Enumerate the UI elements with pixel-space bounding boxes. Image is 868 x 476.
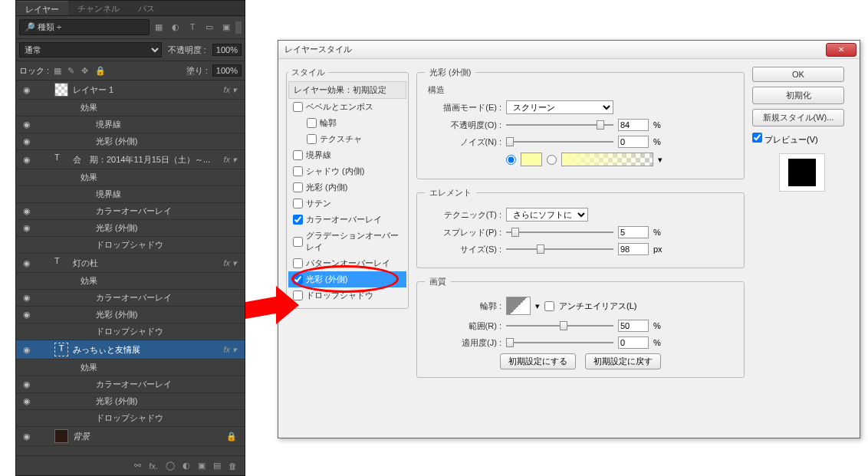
visibility-icon[interactable]: ◉ <box>19 258 35 268</box>
fx-badge[interactable]: fx ▾ <box>223 155 237 165</box>
layer-row[interactable]: ◉ 背景 🔒 <box>16 427 245 446</box>
style-item[interactable]: サテン <box>288 195 406 212</box>
style-checkbox[interactable] <box>293 182 303 192</box>
fx-badge[interactable]: fx ▾ <box>223 345 237 355</box>
mask-icon[interactable]: ◯ <box>166 461 175 471</box>
style-item[interactable]: グラデーションオーバーレイ <box>288 228 406 255</box>
layer-effect-row[interactable]: 効果 <box>16 359 245 376</box>
layer-effect-row[interactable]: ドロップシャドウ <box>16 410 245 427</box>
visibility-icon[interactable]: ◉ <box>19 432 35 442</box>
style-checkbox[interactable] <box>307 118 317 128</box>
fx-badge[interactable]: fx ▾ <box>223 258 237 268</box>
lock-image-icon[interactable]: ✎ <box>67 66 78 76</box>
style-item[interactable]: 輪郭 <box>288 115 406 131</box>
layer-effect-row[interactable]: 境界線 <box>16 186 245 203</box>
layer-effect-row[interactable]: ◉ 光彩 (外側) <box>16 393 245 410</box>
noise-input[interactable] <box>618 136 649 148</box>
style-item[interactable]: テクスチャ <box>288 131 406 147</box>
layer-effect-row[interactable]: ◉ カラーオーバーレイ <box>16 290 245 307</box>
link-icon[interactable]: ⚯ <box>134 461 141 471</box>
tab-layers[interactable]: レイヤー <box>16 1 68 15</box>
filter-pixel-icon[interactable]: ▦ <box>153 22 165 32</box>
style-checkbox[interactable] <box>293 102 303 112</box>
range-slider[interactable] <box>506 325 613 327</box>
visibility-icon[interactable]: ◉ <box>19 85 35 95</box>
style-checkbox[interactable] <box>293 215 303 225</box>
layer-effect-row[interactable]: ◉ カラーオーバーレイ <box>16 376 245 393</box>
size-input[interactable] <box>618 243 649 255</box>
layer-effect-row[interactable]: ドロップシャドウ <box>16 323 245 340</box>
style-item[interactable]: 光彩 (外側) <box>288 271 406 287</box>
style-item[interactable]: ドロップシャドウ <box>288 287 406 304</box>
style-checkbox[interactable] <box>307 134 317 144</box>
style-checkbox[interactable] <box>293 258 303 268</box>
range-input[interactable] <box>618 320 649 332</box>
layer-effect-row[interactable]: ◉ 光彩 (外側) <box>16 133 245 150</box>
layer-effect-row[interactable]: ◉ 光彩 (外側) <box>16 220 245 237</box>
lock-position-icon[interactable]: ✥ <box>81 66 92 76</box>
style-checkbox[interactable] <box>293 237 303 247</box>
tab-channels[interactable]: チャンネル <box>68 1 129 15</box>
close-button[interactable]: ✕ <box>826 43 856 57</box>
visibility-icon[interactable]: ◉ <box>19 155 35 165</box>
visibility-icon[interactable]: ◉ <box>19 396 35 406</box>
antialias-checkbox[interactable] <box>544 301 554 311</box>
dropdown-icon[interactable]: ▾ <box>535 301 540 311</box>
gradient-radio[interactable] <box>547 155 557 165</box>
reset-default-button[interactable]: 初期設定に戻す <box>585 353 661 369</box>
visibility-icon[interactable]: ◉ <box>19 379 35 389</box>
layer-effect-row[interactable]: 効果 <box>16 169 245 186</box>
opacity-input[interactable] <box>618 119 649 131</box>
noise-slider[interactable] <box>506 141 613 143</box>
contour-picker[interactable] <box>506 297 531 315</box>
style-item[interactable]: パターンオーバーレイ <box>288 255 406 271</box>
layer-effect-row[interactable]: ◉ 光彩 (外側) <box>16 307 245 323</box>
style-checkbox[interactable] <box>293 166 303 176</box>
filter-toggle[interactable] <box>235 21 242 34</box>
tab-paths[interactable]: パス <box>129 1 164 15</box>
group-icon[interactable]: ▣ <box>198 461 205 471</box>
jitter-input[interactable] <box>618 336 649 349</box>
dropdown-icon[interactable]: ▾ <box>658 155 663 165</box>
style-item[interactable]: 境界線 <box>288 147 406 163</box>
ok-button[interactable]: OK <box>752 67 844 82</box>
visibility-icon[interactable]: ◉ <box>19 310 35 320</box>
visibility-icon[interactable]: ◉ <box>19 293 35 303</box>
spread-input[interactable] <box>618 226 649 238</box>
layer-row[interactable]: ◉ T 灯の杜 fx ▾ <box>16 254 245 273</box>
style-item[interactable]: ベベルとエンボス <box>288 99 406 115</box>
fx-icon[interactable]: fx. <box>149 461 158 471</box>
filter-smart-icon[interactable]: ▣ <box>220 22 232 32</box>
layer-row[interactable]: ◉ T 会 期：2014年11月15日（土）～... fx ▾ <box>16 150 245 169</box>
make-default-button[interactable]: 初期設定にする <box>500 353 576 369</box>
blend-mode-select[interactable]: 通常 <box>19 42 162 57</box>
layer-effect-row[interactable]: ◉ 境界線 <box>16 117 245 133</box>
layer-effect-row[interactable]: 効果 <box>16 273 245 290</box>
cancel-button[interactable]: 初期化 <box>752 87 844 104</box>
style-item[interactable]: 光彩 (内側) <box>288 179 406 195</box>
style-item[interactable]: シャドウ (内側) <box>288 163 406 179</box>
filter-adjust-icon[interactable]: ◐ <box>169 22 182 32</box>
style-default-row[interactable]: レイヤー効果：初期設定 <box>288 81 406 99</box>
new-style-button[interactable]: 新規スタイル(W)... <box>752 109 844 126</box>
spread-slider[interactable] <box>506 231 613 233</box>
technique-select[interactable]: さらにソフトに <box>506 208 588 222</box>
opacity-slider[interactable] <box>506 124 613 126</box>
style-item[interactable]: カラーオーバーレイ <box>288 212 406 228</box>
layer-row[interactable]: ◉ T みっちぃと友情展 fx ▾ <box>16 340 245 359</box>
fx-badge[interactable]: fx ▾ <box>223 85 237 95</box>
layer-effect-row[interactable]: ◉ カラーオーバーレイ <box>16 203 245 220</box>
visibility-icon[interactable]: ◉ <box>19 136 35 146</box>
layer-effect-row[interactable]: ドロップシャドウ <box>16 237 245 254</box>
gradient-swatch[interactable] <box>561 153 653 166</box>
adjustment-icon[interactable]: ◐ <box>182 461 190 471</box>
lock-all-icon[interactable]: 🔒 <box>95 66 106 76</box>
visibility-icon[interactable]: ◉ <box>19 345 35 355</box>
preview-checkbox[interactable] <box>752 133 762 143</box>
style-checkbox[interactable] <box>293 150 303 160</box>
blend-mode-select-dialog[interactable]: スクリーン <box>506 100 613 114</box>
visibility-icon[interactable]: ◉ <box>19 120 35 130</box>
opacity-value[interactable]: 100% <box>212 44 242 56</box>
lock-transparent-icon[interactable]: ▦ <box>54 66 64 76</box>
layer-row[interactable]: ◉ レイヤー 1 fx ▾ <box>16 80 245 100</box>
